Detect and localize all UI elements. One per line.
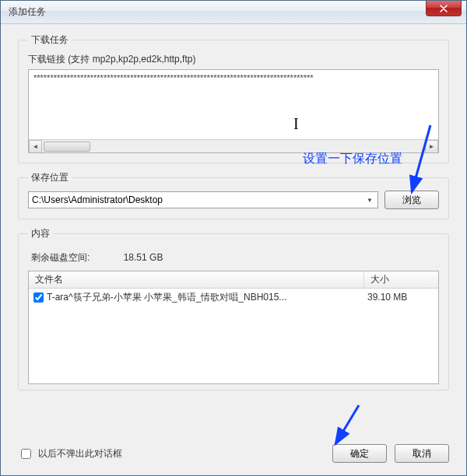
- window-title: 添加任务: [9, 5, 46, 19]
- scroll-left-arrow[interactable]: ◄: [29, 140, 42, 153]
- disk-space-row: 剩余磁盘空间: 18.51 GB: [31, 251, 436, 264]
- save-location-legend: 保存位置: [28, 171, 72, 184]
- file-name-cell: T-ara^筷子兄弟-小苹果 小苹果_韩语_情歌对唱_NBH015...: [47, 291, 361, 304]
- column-header-size[interactable]: 大小: [364, 271, 438, 288]
- content-fieldset: 内容 剩余磁盘空间: 18.51 GB 文件名 大小 T-ara^筷子兄弟-小苹…: [18, 227, 449, 390]
- link-textarea-value: ****************************************…: [29, 70, 438, 140]
- link-label: 下载链接 (支持 mp2p,kp2p,ed2k,http,ftp): [28, 53, 439, 66]
- dont-show-again-label[interactable]: 以后不弹出此对话框: [18, 446, 122, 461]
- file-checkbox[interactable]: [33, 292, 44, 303]
- browse-button[interactable]: 浏览: [384, 191, 439, 209]
- close-icon: [440, 5, 448, 12]
- disk-space-value: 18.51 GB: [124, 252, 163, 263]
- close-button[interactable]: [426, 1, 462, 16]
- titlebar: 添加任务: [1, 1, 466, 24]
- file-table: 文件名 大小 T-ara^筷子兄弟-小苹果 小苹果_韩语_情歌对唱_NBH015…: [28, 271, 439, 384]
- file-table-header: 文件名 大小: [29, 271, 438, 289]
- content-legend: 内容: [28, 227, 53, 240]
- table-row[interactable]: T-ara^筷子兄弟-小苹果 小苹果_韩语_情歌对唱_NBH015... 39.…: [29, 289, 438, 306]
- scroll-track[interactable]: [42, 140, 425, 153]
- scroll-right-arrow[interactable]: ►: [425, 140, 438, 153]
- ok-button[interactable]: 确定: [332, 444, 387, 463]
- save-path-combobox[interactable]: C:\Users\Administrator\Desktop ▼: [28, 191, 378, 208]
- download-fieldset: 下载任务 下载链接 (支持 mp2p,kp2p,ed2k,http,ftp) *…: [18, 33, 449, 163]
- column-header-filename[interactable]: 文件名: [29, 271, 364, 288]
- dont-show-again-text: 以后不弹出此对话框: [38, 447, 122, 460]
- footer-row: 以后不弹出此对话框 确定 取消: [18, 444, 449, 463]
- scroll-thumb[interactable]: [44, 142, 90, 152]
- download-legend: 下载任务: [28, 33, 72, 47]
- save-location-fieldset: 保存位置 C:\Users\Administrator\Desktop ▼ 浏览: [18, 171, 449, 219]
- cancel-button[interactable]: 取消: [395, 444, 449, 463]
- link-textarea[interactable]: ****************************************…: [28, 69, 439, 153]
- file-size-cell: 39.10 MB: [361, 292, 435, 303]
- dialog-window: 添加任务 下载任务 下载链接 (支持 mp2p,kp2p,ed2k,http,f…: [0, 0, 467, 476]
- horizontal-scrollbar[interactable]: ◄ ►: [29, 139, 438, 152]
- chevron-down-icon: ▼: [363, 194, 376, 206]
- dont-show-again-checkbox[interactable]: [21, 449, 31, 459]
- save-path-value: C:\Users\Administrator\Desktop: [32, 194, 163, 205]
- disk-space-label: 剩余磁盘空间:: [31, 252, 90, 263]
- content-area: 下载任务 下载链接 (支持 mp2p,kp2p,ed2k,http,ftp) *…: [1, 24, 466, 475]
